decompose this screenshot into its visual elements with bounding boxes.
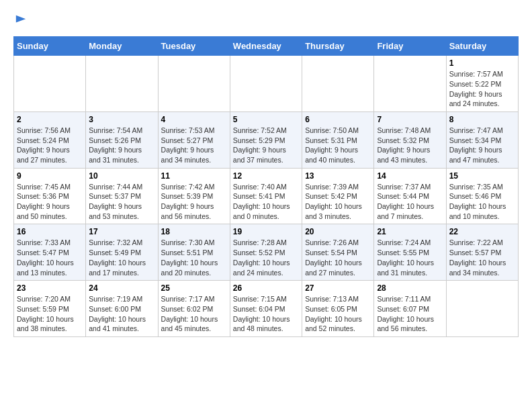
- calendar-day-cell: 25Sunrise: 7:17 AM Sunset: 6:02 PM Dayli…: [158, 281, 230, 337]
- calendar-week-row: 1Sunrise: 7:57 AM Sunset: 5:22 PM Daylig…: [14, 56, 519, 112]
- calendar-day-cell: [86, 56, 158, 112]
- day-number: 20: [305, 227, 371, 236]
- day-of-week-header: Friday: [374, 37, 446, 56]
- calendar-week-row: 9Sunrise: 7:45 AM Sunset: 5:36 PM Daylig…: [14, 168, 519, 224]
- logo: [13, 13, 27, 30]
- calendar-day-cell: 10Sunrise: 7:44 AM Sunset: 5:37 PM Dayli…: [86, 168, 158, 224]
- calendar-table: SundayMondayTuesdayWednesdayThursdayFrid…: [13, 36, 519, 337]
- calendar-day-cell: 13Sunrise: 7:39 AM Sunset: 5:42 PM Dayli…: [302, 168, 374, 224]
- calendar-day-cell: [374, 56, 446, 112]
- calendar-day-cell: 7Sunrise: 7:48 AM Sunset: 5:32 PM Daylig…: [374, 111, 446, 168]
- day-info-text: Sunrise: 7:48 AM Sunset: 5:32 PM Dayligh…: [377, 126, 443, 165]
- day-number: 28: [377, 283, 443, 293]
- day-number: 17: [89, 227, 154, 236]
- day-of-week-header: Wednesday: [230, 37, 302, 56]
- day-info-text: Sunrise: 7:40 AM Sunset: 5:41 PM Dayligh…: [233, 182, 299, 222]
- calendar-day-cell: 27Sunrise: 7:13 AM Sunset: 6:05 PM Dayli…: [302, 281, 374, 337]
- day-info-text: Sunrise: 7:26 AM Sunset: 5:54 PM Dayligh…: [305, 238, 371, 277]
- calendar-day-cell: 19Sunrise: 7:28 AM Sunset: 5:52 PM Dayli…: [230, 224, 302, 281]
- calendar-week-row: 23Sunrise: 7:20 AM Sunset: 5:59 PM Dayli…: [14, 281, 519, 337]
- day-info-text: Sunrise: 7:54 AM Sunset: 5:26 PM Dayligh…: [89, 126, 154, 165]
- day-number: 1: [449, 58, 515, 68]
- logo-flag-icon: [15, 14, 27, 26]
- calendar-day-cell: 9Sunrise: 7:45 AM Sunset: 5:36 PM Daylig…: [14, 168, 86, 224]
- calendar-day-cell: 23Sunrise: 7:20 AM Sunset: 5:59 PM Dayli…: [14, 281, 86, 337]
- day-number: 19: [233, 227, 299, 236]
- day-of-week-header: Thursday: [302, 37, 374, 56]
- calendar-day-cell: 21Sunrise: 7:24 AM Sunset: 5:55 PM Dayli…: [374, 224, 446, 281]
- day-number: 2: [17, 115, 83, 124]
- calendar-day-cell: 6Sunrise: 7:50 AM Sunset: 5:31 PM Daylig…: [302, 111, 374, 168]
- calendar-day-cell: 3Sunrise: 7:54 AM Sunset: 5:26 PM Daylig…: [86, 111, 158, 168]
- day-info-text: Sunrise: 7:37 AM Sunset: 5:44 PM Dayligh…: [377, 182, 443, 222]
- calendar-day-cell: 22Sunrise: 7:22 AM Sunset: 5:57 PM Dayli…: [446, 224, 518, 281]
- day-number: 26: [233, 283, 299, 293]
- day-info-text: Sunrise: 7:13 AM Sunset: 6:05 PM Dayligh…: [305, 294, 371, 334]
- day-info-text: Sunrise: 7:42 AM Sunset: 5:39 PM Dayligh…: [161, 182, 227, 222]
- day-number: 21: [377, 227, 443, 236]
- day-number: 27: [305, 283, 371, 293]
- calendar-day-cell: 8Sunrise: 7:47 AM Sunset: 5:34 PM Daylig…: [446, 111, 518, 168]
- calendar-day-cell: 26Sunrise: 7:15 AM Sunset: 6:04 PM Dayli…: [230, 281, 302, 337]
- calendar-day-cell: 4Sunrise: 7:53 AM Sunset: 5:27 PM Daylig…: [158, 111, 230, 168]
- day-number: 9: [17, 171, 83, 181]
- calendar-day-cell: 2Sunrise: 7:56 AM Sunset: 5:24 PM Daylig…: [14, 111, 86, 168]
- calendar-day-cell: 16Sunrise: 7:33 AM Sunset: 5:47 PM Dayli…: [14, 224, 86, 281]
- day-info-text: Sunrise: 7:50 AM Sunset: 5:31 PM Dayligh…: [305, 126, 371, 165]
- day-number: 4: [161, 115, 227, 124]
- day-info-text: Sunrise: 7:57 AM Sunset: 5:22 PM Dayligh…: [449, 69, 515, 109]
- day-info-text: Sunrise: 7:35 AM Sunset: 5:46 PM Dayligh…: [449, 182, 515, 222]
- day-number: 22: [449, 227, 515, 236]
- day-number: 18: [161, 227, 227, 236]
- calendar-day-cell: [302, 56, 374, 112]
- calendar-day-cell: 12Sunrise: 7:40 AM Sunset: 5:41 PM Dayli…: [230, 168, 302, 224]
- day-number: 14: [377, 171, 443, 181]
- day-of-week-header: Monday: [86, 37, 158, 56]
- calendar-day-cell: 5Sunrise: 7:52 AM Sunset: 5:29 PM Daylig…: [230, 111, 302, 168]
- day-info-text: Sunrise: 7:17 AM Sunset: 6:02 PM Dayligh…: [161, 294, 227, 334]
- day-info-text: Sunrise: 7:56 AM Sunset: 5:24 PM Dayligh…: [17, 126, 83, 165]
- day-number: 7: [377, 115, 443, 124]
- calendar-day-cell: 17Sunrise: 7:32 AM Sunset: 5:49 PM Dayli…: [86, 224, 158, 281]
- day-info-text: Sunrise: 7:39 AM Sunset: 5:42 PM Dayligh…: [305, 182, 371, 222]
- page-header: [13, 13, 519, 30]
- calendar-week-row: 2Sunrise: 7:56 AM Sunset: 5:24 PM Daylig…: [14, 111, 519, 168]
- calendar-day-cell: 1Sunrise: 7:57 AM Sunset: 5:22 PM Daylig…: [446, 56, 518, 112]
- day-info-text: Sunrise: 7:44 AM Sunset: 5:37 PM Dayligh…: [89, 182, 154, 222]
- day-of-week-header: Saturday: [446, 37, 518, 56]
- calendar-day-cell: [158, 56, 230, 112]
- calendar-day-cell: 15Sunrise: 7:35 AM Sunset: 5:46 PM Dayli…: [446, 168, 518, 224]
- day-info-text: Sunrise: 7:30 AM Sunset: 5:51 PM Dayligh…: [161, 238, 227, 277]
- day-info-text: Sunrise: 7:53 AM Sunset: 5:27 PM Dayligh…: [161, 126, 227, 165]
- day-info-text: Sunrise: 7:52 AM Sunset: 5:29 PM Dayligh…: [233, 126, 299, 165]
- calendar-header-row: SundayMondayTuesdayWednesdayThursdayFrid…: [14, 37, 519, 56]
- day-number: 10: [89, 171, 154, 181]
- day-number: 16: [17, 227, 83, 236]
- day-number: 8: [449, 115, 515, 124]
- day-info-text: Sunrise: 7:32 AM Sunset: 5:49 PM Dayligh…: [89, 238, 154, 277]
- day-of-week-header: Sunday: [14, 37, 86, 56]
- day-info-text: Sunrise: 7:19 AM Sunset: 6:00 PM Dayligh…: [89, 294, 154, 334]
- day-number: 11: [161, 171, 227, 181]
- day-info-text: Sunrise: 7:24 AM Sunset: 5:55 PM Dayligh…: [377, 238, 443, 277]
- day-info-text: Sunrise: 7:15 AM Sunset: 6:04 PM Dayligh…: [233, 294, 299, 334]
- calendar-day-cell: 14Sunrise: 7:37 AM Sunset: 5:44 PM Dayli…: [374, 168, 446, 224]
- day-number: 3: [89, 115, 154, 124]
- calendar-day-cell: [230, 56, 302, 112]
- day-info-text: Sunrise: 7:33 AM Sunset: 5:47 PM Dayligh…: [17, 238, 83, 277]
- day-info-text: Sunrise: 7:20 AM Sunset: 5:59 PM Dayligh…: [17, 294, 83, 334]
- day-of-week-header: Tuesday: [158, 37, 230, 56]
- day-info-text: Sunrise: 7:47 AM Sunset: 5:34 PM Dayligh…: [449, 126, 515, 165]
- day-number: 6: [305, 115, 371, 124]
- calendar-day-cell: 28Sunrise: 7:11 AM Sunset: 6:07 PM Dayli…: [374, 281, 446, 337]
- svg-marker-0: [16, 15, 26, 23]
- day-number: 23: [17, 283, 83, 293]
- day-info-text: Sunrise: 7:22 AM Sunset: 5:57 PM Dayligh…: [449, 238, 515, 277]
- calendar-day-cell: 11Sunrise: 7:42 AM Sunset: 5:39 PM Dayli…: [158, 168, 230, 224]
- calendar-day-cell: 24Sunrise: 7:19 AM Sunset: 6:00 PM Dayli…: [86, 281, 158, 337]
- day-number: 15: [449, 171, 515, 181]
- calendar-day-cell: 18Sunrise: 7:30 AM Sunset: 5:51 PM Dayli…: [158, 224, 230, 281]
- calendar-day-cell: [14, 56, 86, 112]
- calendar-week-row: 16Sunrise: 7:33 AM Sunset: 5:47 PM Dayli…: [14, 224, 519, 281]
- day-number: 5: [233, 115, 299, 124]
